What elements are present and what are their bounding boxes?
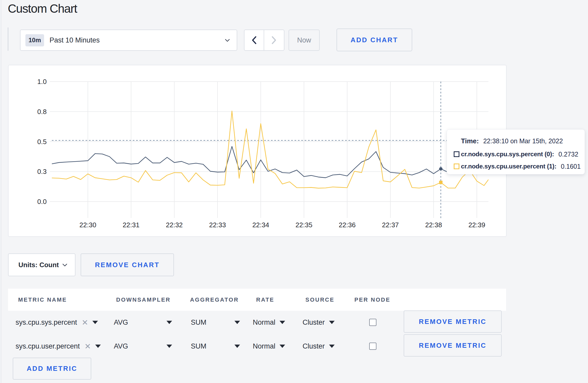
chevron-down-icon xyxy=(225,39,230,42)
source-select[interactable]: Cluster xyxy=(303,342,335,350)
caret-down-icon xyxy=(166,345,172,348)
rate-value: Normal xyxy=(253,342,275,350)
column-aggregator: AGGREGATOR xyxy=(190,296,239,303)
metric-name-select[interactable]: sys.cpu.sys.percent ✕ xyxy=(16,318,98,327)
column-source: SOURCE xyxy=(305,296,334,303)
rate-select[interactable]: Normal xyxy=(253,342,285,350)
per-node-checkbox[interactable] xyxy=(369,343,376,350)
caret-down-icon xyxy=(92,321,98,324)
metric-name-value: sys.cpu.sys.percent xyxy=(16,318,77,327)
chevron-left-icon xyxy=(251,36,257,44)
x-axis-tick-label: 22:37 xyxy=(382,221,399,229)
series-line-cr.node.sys.cpu.user.percent xyxy=(52,111,491,188)
metrics-table-header: METRIC NAME DOWNSAMPLER AGGREGATOR RATE … xyxy=(8,289,506,311)
x-axis-tick-label: 22:36 xyxy=(339,221,356,229)
tooltip-series-value: 0.1601 xyxy=(561,163,580,170)
column-rate: RATE xyxy=(256,296,274,303)
caret-down-icon xyxy=(166,321,172,324)
caret-down-icon xyxy=(95,345,101,348)
metric-row: sys.cpu.sys.percent ✕ AVG SUM Normal Clu… xyxy=(0,310,588,334)
time-range-dropdown[interactable]: 10m Past 10 Minutes xyxy=(20,30,237,51)
line-chart[interactable]: 0.00.30.50.81.022:3022:3122:3222:3322:34… xyxy=(8,65,507,237)
y-axis-tick-label: 0.8 xyxy=(37,108,47,116)
toolbar-divider xyxy=(8,27,8,51)
tooltip-series-label: cr.node.sys.cpu.user.percent (1): xyxy=(461,163,556,170)
remove-metric-button[interactable]: REMOVE METRIC xyxy=(404,334,502,357)
series-swatch-sys xyxy=(454,151,459,157)
caret-down-icon xyxy=(329,345,335,348)
time-range-badge: 10m xyxy=(25,34,44,46)
time-range-label: Past 10 Minutes xyxy=(50,36,100,44)
source-select[interactable]: Cluster xyxy=(303,318,335,327)
time-nav-group xyxy=(244,30,284,51)
next-range-button[interactable] xyxy=(264,30,284,50)
remove-metric-button[interactable]: REMOVE METRIC xyxy=(404,310,502,333)
caret-down-icon xyxy=(234,321,240,324)
tooltip-time-label: Time: xyxy=(461,137,479,145)
aggregator-select[interactable]: SUM xyxy=(191,318,240,327)
page-title: Custom Chart xyxy=(8,2,77,16)
tooltip-series-row: cr.node.sys.cpu.sys.percent (0): 0.2732 xyxy=(447,150,585,158)
source-value: Cluster xyxy=(303,342,325,350)
chart-tooltip: Time: 22:38:10 on Mar 15th, 2022 cr.node… xyxy=(447,129,585,174)
rate-value: Normal xyxy=(253,318,275,327)
source-value: Cluster xyxy=(303,318,325,327)
x-axis-tick-label: 22:35 xyxy=(296,221,312,229)
tooltip-series-row: cr.node.sys.cpu.user.percent (1): 0.1601 xyxy=(447,162,585,170)
chevron-right-icon xyxy=(271,36,277,44)
y-axis-tick-label: 1.0 xyxy=(37,78,47,86)
downsampler-value: AVG xyxy=(114,318,128,327)
series-line-cr.node.sys.cpu.sys.percent xyxy=(52,146,491,178)
remove-chart-button[interactable]: REMOVE CHART xyxy=(81,253,174,276)
aggregator-value: SUM xyxy=(191,342,206,350)
aggregator-select[interactable]: SUM xyxy=(191,342,240,350)
hover-marker xyxy=(439,181,443,184)
aggregator-value: SUM xyxy=(191,318,206,327)
x-axis-tick-label: 22:31 xyxy=(123,221,139,229)
caret-down-icon xyxy=(279,345,285,348)
x-axis-tick-label: 22:39 xyxy=(468,221,485,229)
y-axis-tick-label: 0.0 xyxy=(37,198,47,205)
caret-down-icon xyxy=(279,321,285,324)
metric-name-value: sys.cpu.user.percent xyxy=(16,342,80,350)
downsampler-select[interactable]: AVG xyxy=(114,342,172,350)
units-dropdown[interactable]: Units: Count xyxy=(8,253,75,276)
column-downsampler: DOWNSAMPLER xyxy=(116,296,171,303)
chevron-down-icon xyxy=(62,264,67,266)
column-metric-name: METRIC NAME xyxy=(18,296,67,303)
tooltip-time-value: 22:38:10 on Mar 15th, 2022 xyxy=(483,137,563,145)
tooltip-series-label: cr.node.sys.cpu.sys.percent (0): xyxy=(461,151,554,158)
x-axis-tick-label: 22:33 xyxy=(209,221,226,229)
downsampler-value: AVG xyxy=(114,342,128,350)
tooltip-series-value: 0.2732 xyxy=(558,151,578,158)
clear-metric-icon[interactable]: ✕ xyxy=(82,318,88,327)
hover-marker xyxy=(439,167,443,171)
add-metric-button[interactable]: ADD METRIC xyxy=(13,358,91,380)
clear-metric-icon[interactable]: ✕ xyxy=(85,342,91,351)
x-axis-tick-label: 22:32 xyxy=(166,221,183,229)
add-chart-button[interactable]: ADD CHART xyxy=(337,29,412,51)
x-axis-tick-label: 22:34 xyxy=(252,221,269,229)
series-swatch-user xyxy=(454,164,459,169)
column-per-node: PER NODE xyxy=(354,296,390,303)
now-button[interactable]: Now xyxy=(289,30,320,51)
prev-range-button[interactable] xyxy=(244,30,264,50)
caret-down-icon xyxy=(329,321,335,324)
metric-name-select[interactable]: sys.cpu.user.percent ✕ xyxy=(16,342,101,351)
metric-row: sys.cpu.user.percent ✕ AVG SUM Normal Cl… xyxy=(0,334,588,358)
units-label: Units: Count xyxy=(18,261,59,269)
per-node-checkbox[interactable] xyxy=(369,319,376,326)
x-axis-tick-label: 22:30 xyxy=(79,221,96,229)
x-axis-tick-label: 22:38 xyxy=(425,221,442,229)
y-axis-tick-label: 0.3 xyxy=(37,168,47,175)
rate-select[interactable]: Normal xyxy=(253,318,285,327)
tooltip-time-row: Time: 22:38:10 on Mar 15th, 2022 xyxy=(447,137,585,145)
caret-down-icon xyxy=(234,345,240,348)
y-axis-tick-label: 0.5 xyxy=(37,138,47,146)
downsampler-select[interactable]: AVG xyxy=(114,318,172,327)
